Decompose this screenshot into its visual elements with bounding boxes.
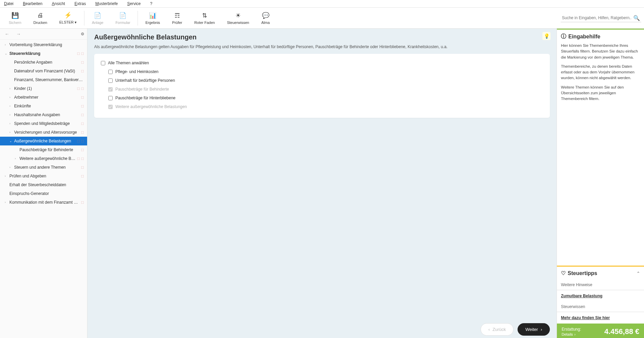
chevron-left-icon: ‹ (488, 327, 490, 332)
toolbar-formular[interactable]: 📄Formular (109, 10, 136, 26)
toolbar-pruefer[interactable]: ☶Prüfer (166, 10, 188, 26)
menu-service[interactable]: Service (127, 1, 141, 6)
status-badge-icon: ⬚ (81, 52, 84, 55)
status-badge-icon: ⬚ (81, 131, 84, 134)
toolbar-sichern[interactable]: 💾Sichern (3, 10, 27, 26)
tree-item-label: Finanzamt, Steuernummer, Bankverbindung (14, 77, 84, 82)
menu-help[interactable]: ? (150, 1, 152, 6)
search-box[interactable]: 🔍 (561, 14, 641, 22)
tree-item-versicherungen[interactable]: ›Versicherungen und Altersvorsorge⬚ (0, 128, 87, 137)
checkbox-label: Pflege- und Heimkosten (115, 69, 158, 74)
filter-icon[interactable]: ⚙ (81, 32, 84, 36)
tree-item-persoenlich[interactable]: Persönliche Angaben⬚ (0, 58, 87, 67)
status-badge-icon: ⬚ (77, 157, 80, 160)
tree-item-einkuenfte[interactable]: ›Einkünfte⬚ (0, 102, 87, 110)
tree-item-weitere-ab[interactable]: ›Weitere außergewöhnliche Belastu...⬚⬚ (0, 154, 87, 163)
menu-datei[interactable]: Datei (4, 1, 13, 6)
menu-ansicht[interactable]: Ansicht (52, 1, 65, 6)
tips-link-mehr[interactable]: Mehr dazu finden Sie hier (557, 312, 644, 324)
search-icon[interactable]: 🔍 (633, 15, 640, 21)
status-badge-icon: ⬚ (81, 87, 84, 90)
checkbox-label: Weitere außergewöhnliche Belastungen (115, 104, 187, 109)
tips-link-belastung[interactable]: Zumutbare Belastung (557, 290, 644, 302)
checkbox-topic-0[interactable]: Pflege- und Heimkosten (101, 67, 543, 76)
tree-item-steuererklaerung[interactable]: ⌄Steuererklärung⬚⬚ (0, 49, 87, 58)
status-badge-icon: ⬚ (81, 96, 84, 99)
status-badge-icon: ⬚ (81, 122, 84, 125)
menu-bearbeiten[interactable]: Bearbeiten (23, 1, 42, 6)
print-icon: 🖨 (37, 12, 44, 19)
chevron-icon: › (9, 104, 13, 108)
tree-item-datenabruf[interactable]: Datenabruf vom Finanzamt (VaSt)⬚ (0, 67, 87, 75)
tree-item-haushalt[interactable]: ›Haushaltsnahe Ausgaben⬚ (0, 110, 87, 119)
status-badge-icon: ⬚ (77, 139, 80, 143)
bulb-outline-icon: ♡ (561, 270, 566, 276)
tree-item-label: Steuern und andere Themen (14, 165, 80, 170)
checkbox-all-topics[interactable]: Alle Themen anwählen (101, 59, 543, 67)
tree-item-einspruch[interactable]: Einspruchs-Generator (0, 189, 87, 198)
tree-item-spenden[interactable]: ›Spenden und Mitgliedsbeiträge⬚ (0, 119, 87, 128)
toolbar-drucken[interactable]: 🖨Drucken (27, 10, 53, 26)
tree-item-kommunikation[interactable]: ›Kommunikation mit dem Finanzamt per ELS… (0, 198, 87, 207)
tree-item-finanzamt[interactable]: Finanzamt, Steuernummer, Bankverbindung (0, 75, 87, 84)
tree-item-label: Haushaltsnahe Ausgaben (14, 112, 80, 117)
checkbox-topic-1[interactable]: Unterhalt für bedürftige Personen (101, 76, 543, 85)
chevron-icon: ⌄ (5, 52, 8, 55)
sidebar: ← → ⚙ ›Vorbereitung Steuererklärung⌄Steu… (0, 29, 87, 338)
chevron-icon: › (15, 157, 18, 160)
tree-item-arbeitnehmer[interactable]: ›Arbeitnehmer⬚ (0, 93, 87, 102)
tree-item-aussergewoehnlich[interactable]: ⌄Außergewöhnliche Belastungen⬚⬚ (0, 137, 87, 145)
footer-nav: ‹Zurück Weiter› (87, 319, 557, 338)
refund-details-link[interactable]: Details› (562, 332, 581, 336)
status-badge-icon: ⬚ (81, 139, 84, 143)
checkbox-label: Pauschbeträge für Hinterbliebene (115, 96, 176, 100)
page-icon: 📄 (94, 12, 101, 19)
checkbox-label: Unterhalt für bedürftige Personen (115, 78, 175, 83)
refund-box: Erstattung: Details› 4.456,88 € (557, 324, 644, 338)
toolbar-elster[interactable]: ⚡ELSTER ▾ (53, 10, 83, 26)
checkbox-topic-4: Weitere außergewöhnliche Belastungen (101, 102, 543, 111)
toolbar-anlage[interactable]: 📄Anlage (86, 10, 109, 26)
hint-badge-icon[interactable]: 💡 (542, 32, 551, 40)
chevron-icon: › (9, 131, 13, 134)
menu-extras[interactable]: Extras (74, 1, 86, 6)
tree-item-pauschbetraege[interactable]: Pauschbeträge für Behinderte⬚ (0, 145, 87, 154)
status-badge-icon: ⬚ (81, 201, 84, 204)
back-button[interactable]: ‹Zurück (481, 323, 514, 336)
nav-forward-icon[interactable]: → (14, 31, 23, 37)
toolbar-roterfaden[interactable]: ⇅Roter Faden (188, 10, 221, 26)
tree-item-erhalt[interactable]: Erhalt der Steuerbescheiddaten (0, 180, 87, 189)
tree-item-steuern-themen[interactable]: ›Steuern und andere Themen⬚ (0, 163, 87, 172)
tree-item-label: Steuererklärung (9, 51, 76, 56)
tree-item-label: Weitere außergewöhnliche Belastu... (20, 156, 76, 161)
next-button[interactable]: Weiter› (518, 323, 550, 336)
bulb-icon: ☀ (234, 12, 242, 19)
help-section: ⓘEingabehilfe Hier können Sie Themenbere… (557, 30, 644, 108)
nav-back-icon[interactable]: ← (3, 31, 11, 37)
checkbox-topic-3[interactable]: Pauschbeträge für Hinterbliebene (101, 94, 543, 102)
toolbar-ergebnis[interactable]: 📊Ergebnis (139, 10, 166, 26)
tree-item-vorbereitung[interactable]: ›Vorbereitung Steuererklärung (0, 40, 87, 49)
save-icon: 💾 (11, 12, 19, 19)
tips-header[interactable]: ♡ Steuertipps ⌃ (557, 267, 644, 280)
tips-section: ♡ Steuertipps ⌃ Weitere Hinweise Zumutba… (557, 266, 644, 324)
status-badge-icon: ⬚ (81, 69, 84, 73)
help-text-3: Weitere Themen können Sie auf den Übersi… (561, 84, 640, 102)
refund-label: Erstattung: (562, 327, 581, 332)
tree-item-label: Spenden und Mitgliedsbeiträge (14, 121, 80, 126)
menu-musterbriefe[interactable]: Musterbriefe (96, 1, 118, 6)
right-panel: ⓘEingabehilfe Hier können Sie Themenbere… (557, 29, 644, 338)
tree-item-label: Kommunikation mit dem Finanzamt per ELST… (9, 200, 80, 205)
chevron-icon: ⌄ (9, 139, 13, 143)
content-area: 💡 Außergewöhnliche Belastungen Als außer… (87, 29, 557, 338)
status-badge-icon: ⬚ (81, 148, 84, 151)
toolbar: 💾Sichern 🖨Drucken ⚡ELSTER ▾ 📄Anlage 📄For… (0, 8, 644, 29)
tree-item-pruefen[interactable]: ›Prüfen und Abgeben⬚ (0, 172, 87, 180)
tree-item-kinder[interactable]: ›Kinder (1)⬚⬚ (0, 84, 87, 93)
search-input[interactable] (562, 15, 631, 20)
info-icon: ⓘ (561, 33, 566, 40)
tree-item-label: Versicherungen und Altersvorsorge (14, 130, 80, 135)
toolbar-alma[interactable]: 💬Alma (255, 10, 276, 26)
toolbar-steuerwissen[interactable]: ☀Steuerwissen (221, 10, 255, 26)
sidebar-nav: ← → ⚙ (0, 29, 87, 40)
